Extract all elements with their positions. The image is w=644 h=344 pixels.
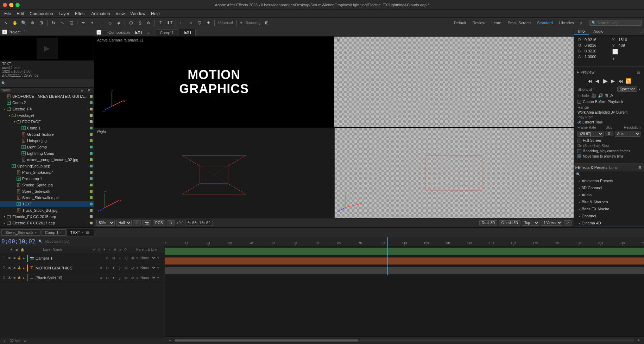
- status-new-layer-btn[interactable]: +: [2, 339, 7, 344]
- layer-solo-0[interactable]: ◉: [12, 256, 17, 260]
- col-lock-header[interactable]: 🔒: [20, 247, 25, 252]
- layer-lock-1[interactable]: 🔒: [17, 266, 22, 269]
- project-item-electric_fx_cc2017.aep[interactable]: ▾Electric_FX CC2017.aep: [0, 220, 94, 226]
- draft3d-btn[interactable]: Draft 3D: [479, 220, 497, 225]
- workspace-default[interactable]: Default: [451, 20, 469, 26]
- tool-camera-pan[interactable]: ⊞: [37, 19, 45, 27]
- views-expand-btn[interactable]: ⤢: [564, 220, 572, 225]
- layer-expand-2[interactable]: ▸: [22, 276, 26, 280]
- layer-solo-1[interactable]: ◉: [12, 266, 17, 269]
- tool-eraser[interactable]: ⊘: [145, 19, 152, 27]
- project-item-comp_1[interactable]: Comp 1: [0, 125, 94, 131]
- effect-item-cinema_4d[interactable]: ▾Cinema 4D: [574, 219, 644, 227]
- comp-tab-comp1[interactable]: Comp 1: [156, 29, 177, 36]
- effect-item-3d_channel[interactable]: ▸3D Channel: [574, 184, 644, 191]
- layer-sw-shy-0[interactable]: ⊘: [105, 255, 110, 261]
- effect-item-blur_&_sharpen[interactable]: ▸Blur & Sharpen: [574, 198, 644, 205]
- tool-select-behind[interactable]: ◱: [67, 19, 75, 27]
- layer-eye-0[interactable]: 👁: [7, 256, 12, 260]
- tl-zoom-in-btn[interactable]: +: [636, 337, 642, 344]
- timeline-tab-text[interactable]: TEXT × ☰: [67, 229, 94, 236]
- layer-eye-1[interactable]: 👁: [7, 266, 12, 270]
- timeline-tab-street[interactable]: Street_Sidewalk ×: [1, 229, 40, 236]
- timeline-menu-btn[interactable]: ☰: [85, 230, 90, 235]
- project-item-mixed_grunge_texture_02.jpg[interactable]: mixed_grunge_texture_02.jpg: [0, 157, 94, 163]
- track-bar-0[interactable]: [165, 248, 644, 255]
- tool-shape[interactable]: □: [178, 19, 186, 27]
- workspace-learn[interactable]: Learn: [489, 20, 504, 26]
- effects-expand-icon[interactable]: ▶: [575, 166, 578, 169]
- view-angle-select[interactable]: TopFrontRightLeft: [522, 220, 539, 226]
- layer-sw-shy-2[interactable]: ⊘: [98, 275, 104, 281]
- menu-animation[interactable]: Animation: [88, 10, 113, 18]
- comp-tab-text[interactable]: TEXT: [178, 29, 196, 36]
- project-menu-btn[interactable]: ☰: [22, 29, 27, 35]
- skip-input[interactable]: [605, 132, 613, 136]
- project-item-plain_smoke.mp4[interactable]: Plain_Smoke.mp4: [0, 169, 94, 176]
- project-item-smoke_sprite.jpg[interactable]: Smoke_Sprite.jpg: [0, 182, 94, 188]
- project-collapse-btn[interactable]: ≡: [2, 30, 7, 34]
- close-button[interactable]: [3, 3, 7, 7]
- layer-sw-mb-1[interactable]: ◎: [130, 265, 135, 271]
- layer-lock-2[interactable]: 🔒: [17, 276, 22, 279]
- tool-rotate[interactable]: ↻: [50, 19, 57, 27]
- play-btn[interactable]: ▶: [602, 77, 609, 84]
- tool-delete-vertex[interactable]: –: [97, 19, 105, 27]
- project-item-pre-comp_1[interactable]: Pre-comp 1: [0, 176, 94, 182]
- layer-sw-cont-2[interactable]: ⊡: [105, 275, 110, 281]
- effect-item-boris_fx_mocha[interactable]: ▸Boris FX Mocha: [574, 205, 644, 212]
- layer-parent-select-1[interactable]: None: [139, 266, 157, 270]
- timeline-tab-street-close[interactable]: ×: [35, 231, 37, 234]
- layer-sw-eff-2[interactable]: ƒ: [117, 275, 123, 281]
- loop-btn[interactable]: 🔁: [625, 77, 632, 84]
- workspace-libraries[interactable]: Libraries: [556, 20, 577, 26]
- if-caching-checkbox[interactable]: [577, 149, 581, 153]
- project-item-truck_stock_bg.jpg[interactable]: Truck_Stock_BG.jpg: [0, 207, 94, 214]
- menu-layer[interactable]: Layer: [56, 10, 72, 18]
- framerate-select[interactable]: (29.97)2430: [577, 131, 604, 137]
- layer-sw-qual-1[interactable]: ✦: [111, 265, 116, 271]
- menu-window[interactable]: Window: [127, 10, 148, 18]
- project-item-(footage)[interactable]: ▾(Footage): [0, 112, 94, 119]
- project-item-ground_texture[interactable]: Ground Texture: [0, 131, 94, 138]
- layer-row-0[interactable]: 1 👁 ◉ 🔒 ▸ 📷 Camera 1 ⊘ ⊡ ✦ ⬡⊞ ⊙ None ▾: [0, 253, 164, 263]
- color-add-btn[interactable]: +: [612, 56, 615, 62]
- layer-parent-dropdown-1[interactable]: ▾: [157, 266, 159, 270]
- layer-parent-dropdown-0[interactable]: ▾: [157, 256, 159, 260]
- layer-sw-3d-0[interactable]: ⬡: [124, 255, 129, 261]
- tool-add-vertex[interactable]: +: [88, 19, 96, 27]
- tool-convert[interactable]: ◇: [106, 19, 114, 27]
- workspace-more[interactable]: »: [577, 19, 585, 27]
- classic3d-btn[interactable]: Classic 3D: [499, 220, 520, 225]
- info-menu-btn[interactable]: ☰: [638, 28, 644, 34]
- timeline-tab-comp1-close[interactable]: ×: [60, 231, 62, 234]
- quality-select[interactable]: HalfFull: [116, 220, 132, 226]
- workspace-review[interactable]: Review: [470, 20, 488, 26]
- timeline-timecode[interactable]: 0;00;10;02: [1, 238, 35, 245]
- tool-zoom[interactable]: 🔍: [20, 19, 27, 27]
- layer-row-2[interactable]: 3 👁 ◉ 🔒 ▸ ▬ [Black Solid 16] ⊘ ⊡ ✦ ƒ⊞◎ ⊙…: [0, 273, 164, 283]
- playhead[interactable]: [387, 237, 388, 246]
- timeline-zoom-bar[interactable]: [175, 339, 634, 342]
- frame-forward-btn[interactable]: ▶: [610, 77, 617, 84]
- layer-sw-cont-0[interactable]: ⊡: [111, 255, 116, 261]
- workspace-standard[interactable]: Standard: [534, 20, 556, 26]
- track-bar-1[interactable]: [165, 257, 644, 265]
- project-item-light_comp[interactable]: Light Comp: [0, 144, 94, 150]
- tab-audio[interactable]: Audio: [589, 28, 608, 35]
- layer-sw-fb-2[interactable]: ⊞: [124, 275, 129, 281]
- layer-solo-2[interactable]: ◉: [12, 276, 17, 279]
- tool-type-v[interactable]: ⬆T: [166, 19, 173, 27]
- cache-checkbox[interactable]: [577, 100, 581, 104]
- tool-arrow[interactable]: ↖: [2, 19, 10, 27]
- timeline-tab-comp1[interactable]: Comp 1 ×: [41, 229, 66, 236]
- tool-extra[interactable]: ⊞: [263, 19, 271, 27]
- timeline-tab-text-close[interactable]: ×: [82, 231, 83, 234]
- num-views-select[interactable]: 4 Views1 View2 Views: [541, 220, 562, 226]
- track-bar-2[interactable]: [165, 267, 644, 274]
- workspace-small-screen[interactable]: Small Screen: [505, 20, 533, 26]
- layer-expand-0[interactable]: ▸: [22, 256, 26, 260]
- project-item-lightning_comp[interactable]: Lightning Comp: [0, 150, 94, 157]
- menu-edit[interactable]: Edit: [14, 10, 27, 18]
- col-eye-header[interactable]: 👁: [9, 247, 14, 252]
